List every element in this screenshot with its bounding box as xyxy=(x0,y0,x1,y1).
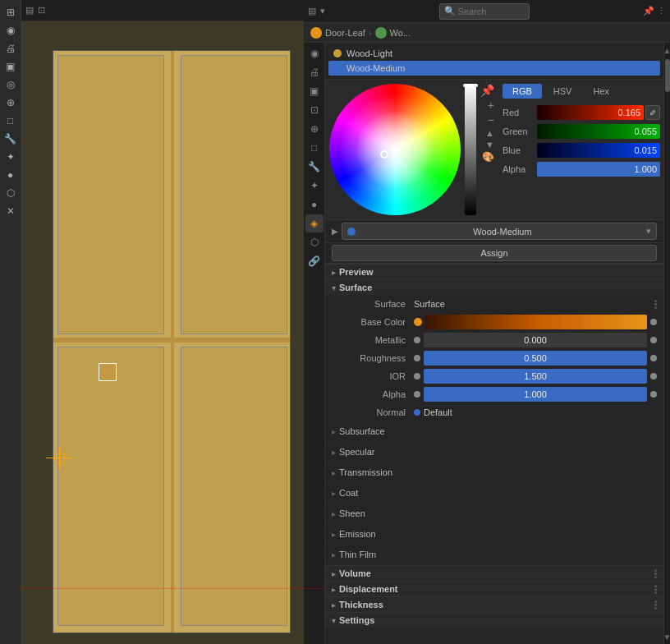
alpha-value: 1.000 xyxy=(634,164,657,174)
prop-icon-physics[interactable]: ● xyxy=(305,196,324,214)
volume-section-header[interactable]: ▸ Volume xyxy=(325,565,663,581)
prop-icon-scene[interactable]: ⊡ xyxy=(305,101,324,119)
expand-arrow-icon[interactable]: ▶ xyxy=(332,227,338,236)
brightness-handle xyxy=(463,84,478,87)
prop-icon-object[interactable]: □ xyxy=(305,139,324,157)
thickness-section-header[interactable]: ▸ Thickness xyxy=(325,596,663,612)
thin-film-header[interactable]: ▸ Thin Film xyxy=(332,546,657,563)
red-value: 0.165 xyxy=(617,108,640,117)
surface-prop-value: Surface xyxy=(414,299,653,309)
subsurface-header[interactable]: ▸ Subsurface xyxy=(332,423,657,439)
rgb-row-alpha: Alpha 1.000 xyxy=(502,161,660,177)
top-bar-left: ▤ ▾ xyxy=(308,6,325,16)
search-box[interactable]: 🔍 xyxy=(439,3,530,20)
prop-icon-data[interactable]: ⬡ xyxy=(305,233,324,251)
toolbar-icon-data[interactable]: ✕ xyxy=(2,203,19,219)
pin-icon[interactable]: 📌 xyxy=(643,6,654,16)
color-wheel-remove[interactable]: − xyxy=(488,113,494,126)
prop-icon-modifier[interactable]: 🔧 xyxy=(305,158,324,176)
prop-icon-view[interactable]: ▣ xyxy=(305,82,324,100)
sheen-section: ▸ Sheen xyxy=(325,504,663,524)
toolbar-icon-particle[interactable]: ✦ xyxy=(2,149,19,165)
toolbar-icon-world[interactable]: ⊕ xyxy=(2,94,19,111)
red-bar[interactable]: 0.165 xyxy=(537,105,644,120)
more-icon[interactable]: ⋮ xyxy=(657,6,666,16)
menu-icon[interactable]: ▤ xyxy=(308,6,316,16)
material-dropdown-dot xyxy=(347,228,356,236)
viewport-type-icon[interactable]: ⊡ xyxy=(38,5,45,16)
tab-rgb[interactable]: RGB xyxy=(502,84,542,99)
ior-bar[interactable]: 1.500 xyxy=(424,369,647,384)
material-row-wood-light[interactable]: Wood-Light xyxy=(328,46,660,61)
scrollbar-thumb[interactable] xyxy=(665,59,670,92)
color-wheel-right: 📌 + − ▲ ▼ 🎨 xyxy=(480,84,494,215)
displacement-gutter xyxy=(654,585,657,594)
tab-hex[interactable]: Hex xyxy=(583,84,619,99)
preview-arrow: ▸ xyxy=(332,268,336,277)
alpha-bar[interactable]: 1.000 xyxy=(537,162,660,177)
color-palette-icon[interactable]: 🎨 xyxy=(482,151,494,163)
assign-row: Assign xyxy=(325,243,663,264)
prop-icon-constraint[interactable]: 🔗 xyxy=(305,252,324,270)
settings-section-header[interactable]: ▾ Settings xyxy=(325,612,663,628)
breadcrumb-item-1[interactable]: Door-Leaf xyxy=(325,28,365,38)
viewport-menu-icon[interactable]: ▤ xyxy=(25,5,34,16)
prop-icon-render[interactable]: ◉ xyxy=(305,44,324,62)
subsurface-title: Subsurface xyxy=(339,426,385,436)
search-input[interactable] xyxy=(458,7,524,16)
emission-arrow: ▸ xyxy=(332,530,336,539)
metallic-row: Metallic 0.000 xyxy=(325,331,663,349)
alpha-bar-prop[interactable]: 1.000 xyxy=(424,387,647,402)
sheen-header[interactable]: ▸ Sheen xyxy=(332,505,657,522)
prop-icon-particle[interactable]: ✦ xyxy=(305,177,324,195)
metallic-label: Metallic xyxy=(332,335,414,345)
coat-header[interactable]: ▸ Coat xyxy=(332,485,657,501)
eyedropper-btn[interactable]: ✐ xyxy=(645,105,660,120)
green-bar[interactable]: 0.055 xyxy=(537,124,660,139)
scroll-up-arrow[interactable]: ▲ xyxy=(662,44,671,56)
base-color-value[interactable] xyxy=(414,315,657,329)
surface-section-header[interactable]: ▾ Surface xyxy=(325,279,663,295)
toolbar-icon-camera[interactable]: ◉ xyxy=(2,22,19,39)
preview-section-header[interactable]: ▸ Preview xyxy=(325,264,663,279)
color-wheel-down[interactable]: ▼ xyxy=(485,140,494,150)
prop-icon-output[interactable]: 🖨 xyxy=(305,63,324,81)
normal-row: Normal Default xyxy=(325,403,663,421)
color-tabs: RGB HSV Hex xyxy=(502,84,660,99)
material-dropdown-btn[interactable]: Wood-Medium ▾ xyxy=(342,223,657,240)
roughness-bar[interactable]: 0.500 xyxy=(424,351,647,366)
surface-type-label: Surface xyxy=(414,299,445,309)
toolbar-icon-shader[interactable]: ◎ xyxy=(2,76,19,93)
prop-icon-world[interactable]: ⊕ xyxy=(305,120,324,138)
color-wheel-menu[interactable]: 📌 xyxy=(480,84,494,97)
brightness-slider[interactable] xyxy=(465,84,476,215)
transmission-header[interactable]: ▸ Transmission xyxy=(332,464,657,481)
toolbar-icon-grid[interactable]: ⊞ xyxy=(2,4,19,21)
emission-header[interactable]: ▸ Emission xyxy=(332,526,657,542)
metallic-bar[interactable]: 0.000 xyxy=(424,333,647,347)
settings-arrow: ▾ xyxy=(332,616,336,625)
assign-button[interactable]: Assign xyxy=(332,245,657,261)
breadcrumb-item-2[interactable]: Wo... xyxy=(390,28,411,38)
base-color-bar[interactable] xyxy=(425,315,647,329)
toolbar-icon-physics[interactable]: ● xyxy=(2,167,19,183)
toolbar-icon-render[interactable]: 🖨 xyxy=(2,40,19,57)
scroll-down-arrow[interactable]: ▼ xyxy=(662,631,671,642)
color-wheel-up[interactable]: ▲ xyxy=(485,128,494,138)
color-wheel[interactable] xyxy=(329,84,461,215)
material-row-wood-medium[interactable]: Wood-Medium xyxy=(328,61,660,76)
toolbar-icon-image[interactable]: ▣ xyxy=(2,58,19,75)
toolbar-icon-constraint[interactable]: ⬡ xyxy=(2,185,19,201)
breadcrumb-icon-1 xyxy=(310,27,322,39)
displacement-section-header[interactable]: ▸ Displacement xyxy=(325,581,663,596)
blue-bar[interactable]: 0.015 xyxy=(537,143,660,158)
rgb-row-blue: Blue 0.015 xyxy=(502,142,660,159)
specular-header[interactable]: ▸ Specular xyxy=(332,444,657,460)
prop-icon-material[interactable]: ◈ xyxy=(305,214,324,232)
tab-hsv[interactable]: HSV xyxy=(544,84,582,99)
ior-right-dot xyxy=(650,373,657,380)
toolbar-icon-object[interactable]: □ xyxy=(2,113,19,129)
toolbar-icon-modifier[interactable]: 🔧 xyxy=(2,131,19,147)
dropdown-icon[interactable]: ▾ xyxy=(320,6,325,16)
color-wheel-add[interactable]: + xyxy=(488,99,494,112)
